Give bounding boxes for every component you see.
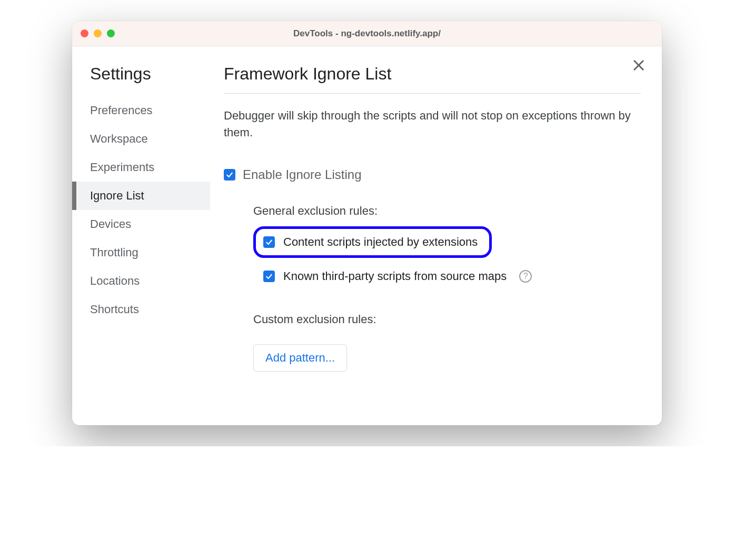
add-pattern-button[interactable]: Add pattern... xyxy=(253,344,347,372)
content-area: Settings PreferencesWorkspaceExperiments… xyxy=(72,46,662,425)
sidebar-item-label: Shortcuts xyxy=(90,303,139,316)
sidebar-item-workspace[interactable]: Workspace xyxy=(88,125,210,153)
exclusion-rule-row: Known third-party scripts from source ma… xyxy=(253,263,532,283)
exclusion-rule-label: Known third-party scripts from source ma… xyxy=(283,269,507,283)
exclusion-rule-label: Content scripts injected by extensions xyxy=(283,235,478,249)
panel-description: Debugger will skip through the scripts a… xyxy=(224,107,641,141)
sidebar-item-label: Devices xyxy=(90,217,131,231)
settings-sidebar: Settings PreferencesWorkspaceExperiments… xyxy=(72,64,210,399)
sidebar-item-label: Workspace xyxy=(90,132,148,145)
window-zoom-dot[interactable] xyxy=(107,29,115,37)
traffic-lights xyxy=(81,29,115,37)
exclusion-rule-checkbox[interactable] xyxy=(263,236,275,248)
enable-ignore-listing-checkbox[interactable] xyxy=(224,169,235,181)
settings-panel: Framework Ignore List Debugger will skip… xyxy=(210,64,662,399)
settings-window: DevTools - ng-devtools.netlify.app/ Sett… xyxy=(72,21,662,425)
enable-ignore-listing-row: Enable Ignore Listing xyxy=(224,167,641,182)
panel-title: Framework Ignore List xyxy=(224,64,641,94)
help-icon[interactable]: ? xyxy=(519,270,532,283)
sidebar-item-label: Throttling xyxy=(90,246,138,259)
sidebar-item-locations[interactable]: Locations xyxy=(88,267,210,295)
sidebar-item-ignore-list[interactable]: Ignore List xyxy=(72,182,210,210)
sidebar-item-label: Preferences xyxy=(90,104,153,117)
sidebar-item-throttling[interactable]: Throttling xyxy=(88,238,210,267)
custom-rules-label: Custom exclusion rules: xyxy=(253,313,641,326)
sidebar-item-experiments[interactable]: Experiments xyxy=(88,153,210,182)
exclusion-rule-row: Content scripts injected by extensions xyxy=(253,226,492,258)
window-close-dot[interactable] xyxy=(81,29,88,37)
close-icon[interactable] xyxy=(631,58,646,73)
sidebar-item-shortcuts[interactable]: Shortcuts xyxy=(88,295,210,324)
titlebar: DevTools - ng-devtools.netlify.app/ xyxy=(72,21,662,46)
sidebar-item-devices[interactable]: Devices xyxy=(88,210,210,238)
general-rules-label: General exclusion rules: xyxy=(253,204,641,218)
window-minimize-dot[interactable] xyxy=(94,29,102,37)
window-title: DevTools - ng-devtools.netlify.app/ xyxy=(72,28,662,39)
sidebar-item-label: Experiments xyxy=(90,161,154,174)
sidebar-item-label: Ignore List xyxy=(90,189,144,202)
exclusion-rule-checkbox[interactable] xyxy=(263,271,275,282)
sidebar-item-label: Locations xyxy=(90,274,140,287)
enable-ignore-listing-label: Enable Ignore Listing xyxy=(243,167,362,182)
sidebar-item-preferences[interactable]: Preferences xyxy=(88,96,210,125)
sidebar-title: Settings xyxy=(88,64,210,84)
